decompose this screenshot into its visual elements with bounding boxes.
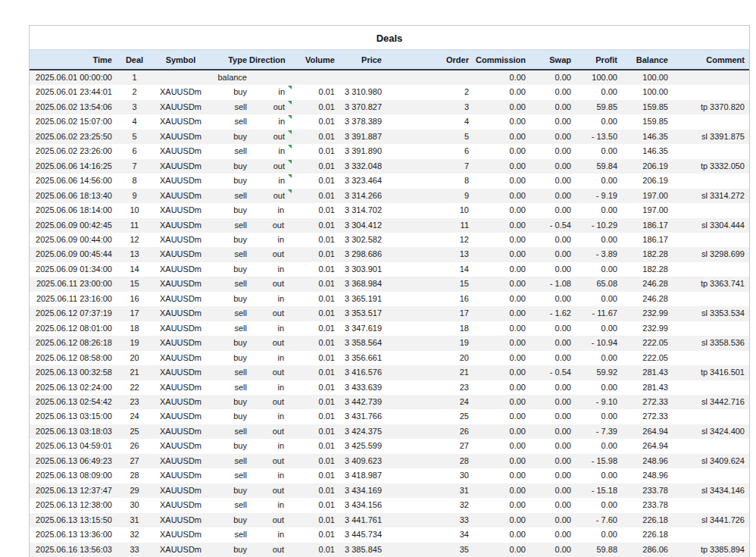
cell-direction: in: [249, 409, 293, 424]
cell-swap: 0.00: [528, 513, 573, 527]
cell-swap: 0.00: [528, 336, 573, 350]
cell-time: 2025.06.12 08:01:00: [30, 321, 114, 336]
cell-balance: 226.18: [620, 513, 670, 527]
cell-type: sell: [207, 321, 249, 336]
cell-commission: 0.00: [471, 409, 528, 424]
cell-volume: 0.01: [293, 189, 337, 203]
cell-price: 3 302.582: [337, 233, 384, 247]
deal-row: 2025.06.09 00:44:0012XAUUSDmbuyin0.013 3…: [30, 233, 750, 247]
cell-symbol: XAUUSDm: [157, 395, 207, 409]
cell-direction: out: [249, 247, 293, 261]
cell-commission: 0.00: [471, 321, 528, 336]
cell-profit: - 15.18: [573, 483, 620, 498]
cell-symbol: XAUUSDm: [157, 321, 207, 336]
cell-price: 3 323.464: [337, 174, 384, 188]
cell-swap: 0.00: [528, 424, 573, 439]
cell-price: 3 434.169: [337, 483, 384, 498]
direction-arrow-icon: [288, 101, 292, 105]
cell-order: 31: [384, 483, 471, 498]
cell-order: 3: [384, 100, 471, 114]
cell-volume: 0.01: [293, 262, 337, 277]
cell-commission: 0.00: [471, 144, 528, 158]
deal-row: 2025.06.13 00:32:5821XAUUSDmsellout0.013…: [30, 365, 750, 380]
cell-comment: sl 3434.146: [670, 483, 750, 498]
cell-direction: in: [249, 468, 293, 483]
deal-row: 2025.06.02 23:25:505XAUUSDmbuyout0.013 3…: [30, 130, 750, 144]
cell-symbol: XAUUSDm: [157, 233, 207, 247]
cell-time: 2025.06.11 23:00:00: [30, 277, 114, 291]
cell-deal: 9: [114, 189, 157, 203]
cell-profit: - 13.50: [573, 130, 620, 144]
cell-profit: 0.00: [573, 203, 620, 217]
cell-time: 2025.06.13 02:24:00: [30, 380, 114, 395]
cell-deal: 26: [114, 439, 157, 453]
cell-comment: sl 3314.272: [670, 189, 750, 203]
cell-type: sell: [207, 218, 249, 233]
cell-time: 2025.06.11 23:16:00: [30, 292, 114, 306]
deals-table: TimeDealSymbolTypeDirectionVolumePriceOr…: [30, 49, 750, 557]
deal-row: 2025.06.01 23:44:012XAUUSDmbuyin0.013 31…: [30, 85, 750, 99]
cell-balance: 159.85: [620, 100, 670, 114]
cell-comment: [670, 203, 750, 217]
cell-commission: 0.00: [471, 513, 528, 527]
cell-symbol: XAUUSDm: [157, 454, 207, 468]
cell-direction: out: [249, 513, 293, 527]
cell-profit: 59.84: [573, 159, 620, 174]
deal-row: 2025.06.13 03:18:0325XAUUSDmsellout0.013…: [30, 424, 750, 439]
deal-row: 2025.06.06 18:13:409XAUUSDmsellout0.013 …: [30, 189, 750, 203]
cell-type: sell: [207, 100, 249, 114]
cell-type: buy: [207, 439, 249, 453]
cell-order: 11: [384, 218, 471, 233]
cell-order: 35: [384, 543, 471, 557]
cell-order: 15: [384, 277, 471, 291]
cell-type: buy: [207, 409, 249, 424]
cell-symbol: XAUUSDm: [157, 100, 207, 114]
cell-type: sell: [207, 527, 249, 542]
cell-order: 9: [384, 189, 471, 203]
cell-balance: 100.00: [620, 70, 670, 85]
cell-type: buy: [207, 233, 249, 247]
cell-profit: 59.88: [573, 543, 620, 557]
cell-commission: 0.00: [471, 498, 528, 512]
cell-time: 2025.06.12 08:58:00: [30, 351, 114, 365]
cell-swap: 0.00: [528, 321, 573, 336]
cell-type: sell: [207, 144, 249, 158]
cell-commission: 0.00: [471, 218, 528, 233]
cell-volume: 0.01: [293, 498, 337, 512]
cell-symbol: XAUUSDm: [157, 527, 207, 542]
cell-time: 2025.06.06 18:14:00: [30, 203, 114, 217]
cell-commission: 0.00: [471, 114, 528, 129]
cell-price: 3 310.980: [337, 85, 384, 99]
cell-direction: in: [249, 174, 293, 188]
column-header-direction: Direction: [249, 50, 293, 70]
cell-type: buy: [207, 395, 249, 409]
cell-type: sell: [207, 114, 249, 129]
cell-balance: 197.00: [620, 203, 670, 217]
cell-commission: 0.00: [471, 174, 528, 188]
deals-header-row: TimeDealSymbolTypeDirectionVolumePriceOr…: [30, 50, 750, 70]
cell-commission: 0.00: [471, 306, 528, 321]
cell-deal: 1: [114, 70, 157, 85]
deal-row: 2025.06.12 08:58:0020XAUUSDmbuyin0.013 3…: [30, 351, 750, 365]
cell-comment: [670, 468, 750, 483]
cell-direction: out: [249, 306, 293, 321]
cell-volume: 0.01: [293, 203, 337, 217]
cell-balance: 272.33: [620, 409, 670, 424]
cell-symbol: XAUUSDm: [157, 439, 207, 453]
cell-comment: tp 3332.050: [670, 159, 750, 174]
column-header-volume: Volume: [293, 50, 337, 70]
deal-row: 2025.06.13 08:09:0028XAUUSDmsellin0.013 …: [30, 468, 750, 483]
cell-commission: 0.00: [471, 336, 528, 350]
cell-swap: 0.00: [528, 527, 573, 542]
cell-swap: 0.00: [528, 468, 573, 483]
cell-symbol: XAUUSDm: [157, 159, 207, 174]
cell-comment: sl 3424.400: [670, 424, 750, 439]
cell-order: 28: [384, 454, 471, 468]
cell-balance: 232.99: [620, 321, 670, 336]
cell-deal: 28: [114, 468, 157, 483]
cell-profit: 0.00: [573, 292, 620, 306]
cell-symbol: XAUUSDm: [157, 468, 207, 483]
cell-time: 2025.06.13 04:59:01: [30, 439, 114, 453]
cell-deal: 19: [114, 336, 157, 350]
cell-commission: 0.00: [471, 277, 528, 291]
